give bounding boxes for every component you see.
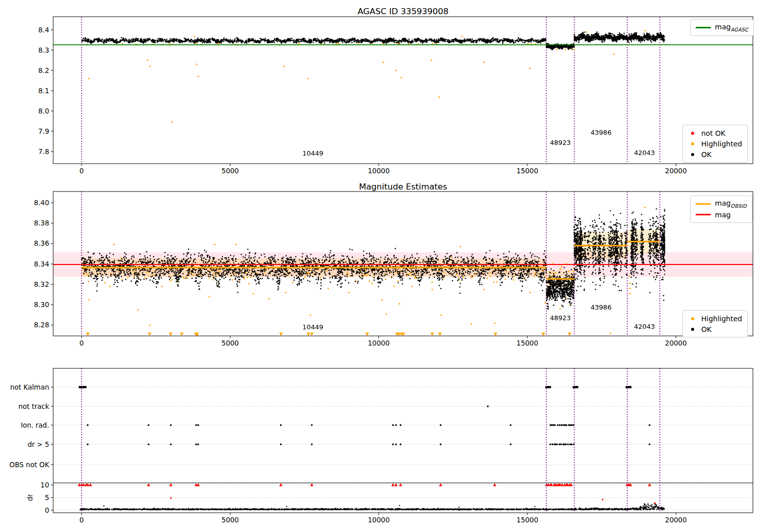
svg-text:8.30: 8.30 [34,300,49,309]
svg-text:0: 0 [80,516,84,524]
svg-text:20000: 20000 [665,167,687,175]
row-label: dr > 5 [27,440,49,448]
svg-text:8.38: 8.38 [34,219,49,227]
legend-mag-label: mag [715,211,731,219]
legend-mag-obsid-label: magOBSID [715,199,747,209]
agasc-line-swatch [696,27,711,28]
svg-text:8.3: 8.3 [39,46,49,54]
dr-axis-label: dr [26,493,34,501]
svg-text:10: 10 [41,481,49,489]
obsid-annotations: 10449489234398642043 [302,303,655,331]
plot-agasc: 1044948923439864204305000100001500020000… [39,17,753,175]
x-ticks: 05000100001500020000 [80,336,687,347]
ion-rad-markers [87,424,651,426]
obsid-label-48923: 48923 [550,314,571,322]
figure: 1044948923439864204305000100001500020000… [0,0,760,532]
obsid-label-43986: 43986 [591,303,612,311]
dr-gt5-markers [87,443,651,445]
legend-highlighted-label-2: Highlighted [701,315,742,323]
dr-capped-markers [78,483,652,486]
legend-row-ok-2: OK [687,324,742,334]
obsid-label-10449: 10449 [302,149,323,157]
dr-scatter-ok [80,503,665,510]
legend-row-not-ok: not OK [687,128,742,138]
row-label: not track [18,402,49,410]
legend-row-mag-agasc: magAGASC [695,22,748,33]
row-label: OBS not OK [10,461,50,469]
obsid-line-swatch [696,203,711,205]
legend-row-highlighted-2: Highlighted [687,313,742,324]
x-ticks: 05000100001500020000 [80,513,687,524]
svg-text:20000: 20000 [665,516,687,524]
svg-text:8.0: 8.0 [39,107,49,115]
svg-text:5000: 5000 [221,167,239,175]
dr-not-ok-points [170,497,656,504]
not-kalman-marker [573,386,578,388]
svg-text:15000: 15000 [516,516,538,524]
legend-not-ok-label: not OK [701,129,726,137]
legend-quality-top: not OK Highlighted OK [682,125,748,163]
svg-text:10000: 10000 [368,516,390,524]
row-label: Ion. rad. [21,421,49,429]
plot-magnitude-estimates: 1044948923439864204305000100001500020000… [34,192,753,347]
svg-text:8.40: 8.40 [34,199,49,207]
legend-row-mag-obsid: magOBSID [695,199,747,209]
legend-mag-agasc-label: magAGASC [715,23,748,32]
svg-text:20000: 20000 [665,339,687,347]
svg-text:8.4: 8.4 [39,26,49,34]
plot2-clipped-low-markers [86,333,572,336]
svg-text:8.34: 8.34 [34,260,49,268]
svg-text:7.8: 7.8 [39,147,49,156]
svg-text:10000: 10000 [368,167,390,175]
svg-text:5000: 5000 [221,516,239,524]
svg-text:10000: 10000 [368,339,390,347]
plot1-scatter-highlighted [86,30,646,123]
svg-text:8.32: 8.32 [34,280,49,288]
legend-row-highlighted: Highlighted [687,138,742,149]
svg-text:7.9: 7.9 [39,127,49,135]
obsid-label-48923: 48923 [550,139,571,146]
charts-svg: 1044948923439864204305000100001500020000… [0,0,760,532]
plot-flags-dr: 05000100001500020000not Kalmannot trackI… [10,368,753,524]
obsid-label-42043: 42043 [634,323,655,330]
svg-text:5000: 5000 [221,339,239,347]
plot1-title: AGASC ID 335939008 [53,7,753,16]
obsid-boundary-lines [82,17,660,164]
svg-text:0: 0 [80,339,84,347]
ok-dot-swatch-2 [691,328,694,331]
y-labels: not Kalmannot trackIon. rad.dr > 5OBS no… [10,383,53,514]
highlighted-dot-swatch [691,142,694,145]
svg-text:0: 0 [80,167,84,175]
not-kalman-marker [79,386,86,388]
not-track-markers [487,405,489,407]
svg-text:8.28: 8.28 [34,321,49,329]
plot1-scatter-ok [82,31,665,50]
obsid-boundary-lines [82,368,660,513]
flag-markers [79,386,650,445]
svg-text:15000: 15000 [516,339,538,347]
axes-border [53,368,753,513]
legend-row-mag: mag [695,209,747,220]
highlighted-dot-swatch-2 [691,317,694,320]
legend-mag-obsid: magOBSID mag [690,196,752,223]
ok-dot-swatch [691,153,694,156]
obsid-label-42043: 42043 [634,149,655,157]
legend-mag-agasc: magAGASC [690,19,754,36]
dotted-gridlines [53,387,753,510]
y-ticks: 8.288.308.328.348.368.388.40 [34,199,53,329]
legend-row-ok: OK [687,149,742,160]
plot2-title: Magnitude Estimates [53,182,753,192]
svg-text:8.36: 8.36 [34,239,49,247]
not-ok-dot-swatch [691,132,694,135]
svg-text:15000: 15000 [516,167,538,175]
not-kalman-marker [626,386,632,388]
obsid-annotations: 10449489234398642043 [302,129,655,157]
x-ticks: 05000100001500020000 [80,164,687,175]
row-label: not Kalman [10,383,49,391]
legend-ok-label: OK [701,150,711,159]
legend-ok-label-2: OK [701,325,711,333]
svg-text:0: 0 [45,506,49,514]
svg-text:5: 5 [45,493,49,502]
y-ticks: 7.87.98.08.18.28.38.4 [39,26,53,156]
legend-highlighted-label: Highlighted [701,140,742,148]
